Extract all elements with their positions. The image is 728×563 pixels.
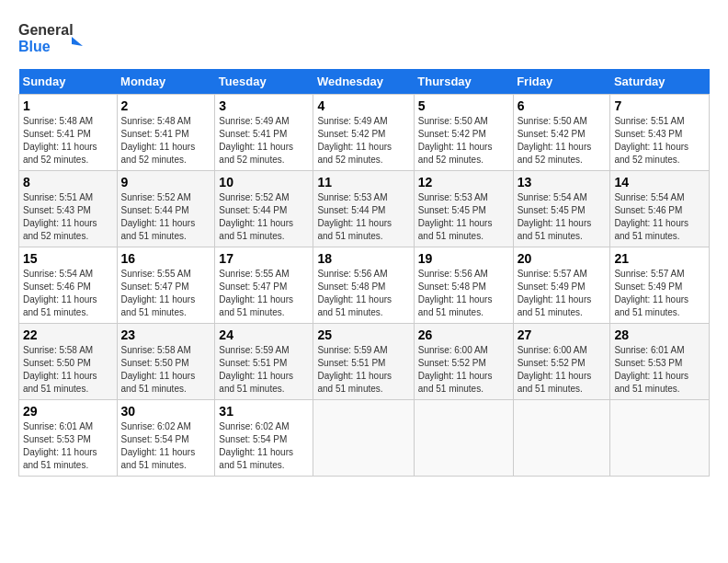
day-info: Sunrise: 5:59 AM Sunset: 5:51 PM Dayligh… [219,344,309,396]
day-number: 15 [23,251,113,266]
calendar-cell: 22Sunrise: 5:58 AM Sunset: 5:50 PM Dayli… [19,324,118,400]
calendar-cell: 30Sunrise: 6:02 AM Sunset: 5:54 PM Dayli… [117,400,215,477]
calendar-cell: 3Sunrise: 5:49 AM Sunset: 5:41 PM Daylig… [215,95,313,171]
day-info: Sunrise: 5:52 AM Sunset: 5:44 PM Dayligh… [121,191,211,243]
calendar-cell: 17Sunrise: 5:55 AM Sunset: 5:47 PM Dayli… [215,247,313,324]
day-number: 26 [418,327,509,342]
day-info: Sunrise: 5:54 AM Sunset: 5:46 PM Dayligh… [23,268,113,319]
calendar-cell: 29Sunrise: 6:01 AM Sunset: 5:53 PM Dayli… [19,400,118,477]
calendar-cell [513,400,610,477]
day-info: Sunrise: 5:48 AM Sunset: 5:41 PM Dayligh… [121,115,211,167]
weekday-header-saturday: Saturday [610,69,710,95]
day-number: 8 [23,175,113,190]
day-number: 13 [518,175,607,190]
day-info: Sunrise: 6:02 AM Sunset: 5:54 PM Dayligh… [219,420,309,472]
day-info: Sunrise: 5:53 AM Sunset: 5:45 PM Dayligh… [418,191,509,243]
calendar-cell: 9Sunrise: 5:52 AM Sunset: 5:44 PM Daylig… [117,171,215,247]
calendar-cell: 26Sunrise: 6:00 AM Sunset: 5:52 PM Dayli… [414,324,513,400]
day-number: 31 [219,404,309,419]
day-number: 18 [317,251,409,266]
day-number: 17 [219,251,309,266]
day-info: Sunrise: 5:55 AM Sunset: 5:47 PM Dayligh… [219,268,309,319]
day-number: 27 [518,327,607,342]
day-number: 30 [121,404,211,419]
day-info: Sunrise: 5:50 AM Sunset: 5:42 PM Dayligh… [518,115,607,167]
day-number: 6 [518,98,607,113]
day-info: Sunrise: 5:48 AM Sunset: 5:41 PM Dayligh… [23,115,113,167]
calendar-cell: 21Sunrise: 5:57 AM Sunset: 5:49 PM Dayli… [610,247,710,324]
day-number: 20 [518,251,607,266]
calendar-week-row: 15Sunrise: 5:54 AM Sunset: 5:46 PM Dayli… [19,247,710,324]
day-info: Sunrise: 5:56 AM Sunset: 5:48 PM Dayligh… [317,268,409,319]
calendar-cell: 27Sunrise: 6:00 AM Sunset: 5:52 PM Dayli… [513,324,610,400]
calendar-cell: 13Sunrise: 5:54 AM Sunset: 5:45 PM Dayli… [513,171,610,247]
day-number: 4 [317,98,409,113]
day-info: Sunrise: 6:00 AM Sunset: 5:52 PM Dayligh… [518,344,607,396]
weekday-header-row: SundayMondayTuesdayWednesdayThursdayFrid… [19,69,710,95]
day-number: 11 [317,175,409,190]
day-info: Sunrise: 5:50 AM Sunset: 5:42 PM Dayligh… [418,115,509,167]
calendar-cell: 18Sunrise: 5:56 AM Sunset: 5:48 PM Dayli… [313,247,414,324]
day-number: 9 [121,175,211,190]
weekday-header-wednesday: Wednesday [313,69,414,95]
logo-icon: GeneralBlue [18,18,92,60]
day-number: 5 [418,98,509,113]
calendar-cell: 20Sunrise: 5:57 AM Sunset: 5:49 PM Dayli… [513,247,610,324]
calendar-cell: 7Sunrise: 5:51 AM Sunset: 5:43 PM Daylig… [610,95,710,171]
day-number: 22 [23,327,113,342]
day-number: 28 [614,327,705,342]
day-info: Sunrise: 5:49 AM Sunset: 5:42 PM Dayligh… [317,115,409,167]
weekday-header-monday: Monday [117,69,215,95]
calendar-cell: 25Sunrise: 5:59 AM Sunset: 5:51 PM Dayli… [313,324,414,400]
day-info: Sunrise: 5:49 AM Sunset: 5:41 PM Dayligh… [219,115,309,167]
day-number: 1 [23,98,113,113]
calendar-cell [313,400,414,477]
weekday-header-thursday: Thursday [414,69,513,95]
logo: GeneralBlue [18,18,92,60]
day-info: Sunrise: 6:01 AM Sunset: 5:53 PM Dayligh… [23,420,113,472]
calendar-cell: 14Sunrise: 5:54 AM Sunset: 5:46 PM Dayli… [610,171,710,247]
day-number: 16 [121,251,211,266]
day-number: 12 [418,175,509,190]
calendar-cell: 2Sunrise: 5:48 AM Sunset: 5:41 PM Daylig… [117,95,215,171]
calendar-cell: 28Sunrise: 6:01 AM Sunset: 5:53 PM Dayli… [610,324,710,400]
calendar-cell: 1Sunrise: 5:48 AM Sunset: 5:41 PM Daylig… [19,95,118,171]
weekday-header-tuesday: Tuesday [215,69,313,95]
calendar-cell: 11Sunrise: 5:53 AM Sunset: 5:44 PM Dayli… [313,171,414,247]
calendar-cell: 19Sunrise: 5:56 AM Sunset: 5:48 PM Dayli… [414,247,513,324]
calendar-cell: 4Sunrise: 5:49 AM Sunset: 5:42 PM Daylig… [313,95,414,171]
day-info: Sunrise: 5:52 AM Sunset: 5:44 PM Dayligh… [219,191,309,243]
calendar-cell: 5Sunrise: 5:50 AM Sunset: 5:42 PM Daylig… [414,95,513,171]
day-info: Sunrise: 5:59 AM Sunset: 5:51 PM Dayligh… [317,344,409,396]
day-number: 19 [418,251,509,266]
day-info: Sunrise: 5:56 AM Sunset: 5:48 PM Dayligh… [418,268,509,319]
weekday-header-friday: Friday [513,69,610,95]
day-info: Sunrise: 6:01 AM Sunset: 5:53 PM Dayligh… [614,344,705,396]
day-number: 7 [614,98,705,113]
calendar-cell: 6Sunrise: 5:50 AM Sunset: 5:42 PM Daylig… [513,95,610,171]
calendar-week-row: 1Sunrise: 5:48 AM Sunset: 5:41 PM Daylig… [19,95,710,171]
svg-text:General: General [18,22,74,38]
day-info: Sunrise: 5:58 AM Sunset: 5:50 PM Dayligh… [121,344,211,396]
calendar-cell: 31Sunrise: 6:02 AM Sunset: 5:54 PM Dayli… [215,400,313,477]
day-number: 10 [219,175,309,190]
day-info: Sunrise: 5:55 AM Sunset: 5:47 PM Dayligh… [121,268,211,319]
day-info: Sunrise: 5:51 AM Sunset: 5:43 PM Dayligh… [614,115,705,167]
calendar-cell: 23Sunrise: 5:58 AM Sunset: 5:50 PM Dayli… [117,324,215,400]
calendar-cell [610,400,710,477]
day-number: 3 [219,98,309,113]
day-info: Sunrise: 5:54 AM Sunset: 5:46 PM Dayligh… [614,191,705,243]
calendar-table: SundayMondayTuesdayWednesdayThursdayFrid… [18,69,710,477]
day-info: Sunrise: 5:53 AM Sunset: 5:44 PM Dayligh… [317,191,409,243]
day-number: 25 [317,327,409,342]
day-number: 2 [121,98,211,113]
day-info: Sunrise: 5:51 AM Sunset: 5:43 PM Dayligh… [23,191,113,243]
calendar-cell [414,400,513,477]
calendar-cell: 16Sunrise: 5:55 AM Sunset: 5:47 PM Dayli… [117,247,215,324]
calendar-cell: 24Sunrise: 5:59 AM Sunset: 5:51 PM Dayli… [215,324,313,400]
day-info: Sunrise: 6:02 AM Sunset: 5:54 PM Dayligh… [121,420,211,472]
day-info: Sunrise: 5:54 AM Sunset: 5:45 PM Dayligh… [518,191,607,243]
svg-text:Blue: Blue [18,39,51,54]
day-number: 14 [614,175,705,190]
day-info: Sunrise: 5:57 AM Sunset: 5:49 PM Dayligh… [518,268,607,319]
